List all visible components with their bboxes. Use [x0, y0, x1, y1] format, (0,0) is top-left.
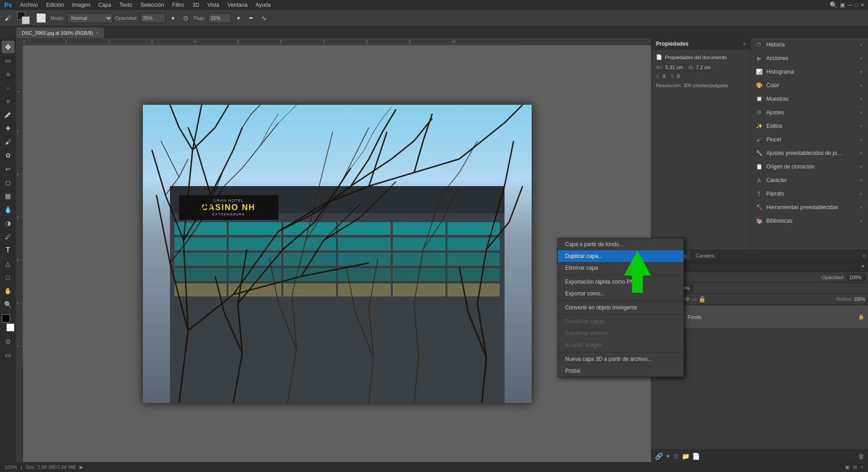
tab-canales[interactable]: Canales — [691, 250, 719, 261]
ctx-exportar-como[interactable]: Exportar como... — [558, 288, 684, 299]
menu-imagen[interactable]: Imagen — [68, 1, 94, 9]
lock-move-btn[interactable]: ✥ — [685, 296, 690, 303]
estilos-expand[interactable]: ▼ — [859, 124, 863, 129]
panel-item-estilos[interactable]: ✨ Estilos ▼ — [751, 119, 868, 133]
brush-settings-btn[interactable]: ⬜ — [34, 11, 48, 25]
menu-filtro[interactable]: Filtro — [169, 1, 188, 9]
blur-tool[interactable]: 💧 — [2, 203, 14, 216]
path-tool[interactable]: △ — [2, 257, 14, 270]
add-style-btn[interactable]: ✦ — [665, 453, 671, 460]
mode-select[interactable]: Normal — [67, 13, 113, 23]
panel-item-muestras[interactable]: 🔲 Muestras ▼ — [751, 92, 868, 106]
properties-expand-icon[interactable]: ≡ — [743, 42, 746, 47]
flow-dropdown-btn[interactable]: ▾ — [234, 13, 244, 23]
smooth-btn[interactable]: ∿ — [259, 13, 269, 23]
menu-archivo[interactable]: Archivo — [16, 1, 42, 9]
screen-mode-tool[interactable]: ▭ — [2, 349, 14, 361]
marquee-tool[interactable]: ▭ — [2, 54, 14, 67]
pincel-expand[interactable]: ▼ — [859, 137, 863, 142]
hand-tool[interactable]: ✋ — [2, 285, 14, 297]
ctx-convertir-objeto[interactable]: Convertir en objeto inteligente — [558, 302, 684, 313]
canvas-content[interactable]: GRAN HOTEL CASINO NH EXTREMADURA — [23, 45, 651, 462]
menu-3d[interactable]: 3D — [189, 1, 203, 9]
shape-tool[interactable]: □ — [2, 271, 14, 284]
layers-search-input[interactable] — [662, 262, 859, 271]
menu-texto[interactable]: Texto — [116, 1, 136, 9]
origen-clonacion-expand[interactable]: ▼ — [859, 164, 863, 169]
menu-seleccion[interactable]: Selección — [137, 1, 168, 9]
parrafo-expand[interactable]: ▼ — [859, 192, 863, 196]
layers-filter-icon[interactable]: ▼ — [861, 264, 865, 269]
ctx-duplicar-capa[interactable]: Duplicar capa... — [558, 250, 684, 262]
fg-color-swatch[interactable] — [2, 314, 10, 322]
grid-icon[interactable]: ⊞ — [853, 464, 857, 470]
layers-opacity-input[interactable] — [847, 274, 865, 281]
search-icon[interactable]: 🔍 — [830, 1, 837, 9]
arrange-icon[interactable]: ▣ — [845, 464, 849, 470]
historia-expand[interactable]: ▼ — [859, 42, 863, 47]
opacity-dropdown-btn[interactable]: ▾ — [168, 13, 178, 23]
canvas-area[interactable]: 0 1 2 3 4 5 6 7 8 — [16, 38, 651, 462]
bibliotecas-expand[interactable]: ▼ — [859, 219, 863, 224]
muestras-expand[interactable]: ▼ — [859, 97, 863, 102]
add-mask-btn[interactable]: ⊙ — [674, 453, 679, 460]
panel-item-pincel[interactable]: 🖌 Pincel ▼ — [751, 133, 868, 146]
panel-item-acciones[interactable]: ▶ Acciones ▼ — [751, 51, 868, 65]
panel-item-ajustes[interactable]: ⚙ Ajustes ▼ — [751, 106, 868, 119]
quick-select-tool[interactable]: ⬦ — [2, 81, 14, 94]
window-maximize-icon[interactable]: □ — [855, 2, 858, 8]
layers-menu-btn[interactable]: ≡ — [860, 253, 868, 258]
type-tool[interactable]: T — [2, 244, 14, 257]
crop-tool[interactable]: ⌗ — [2, 95, 14, 107]
caracter-expand[interactable]: ▼ — [859, 178, 863, 183]
ctx-capa-fondo[interactable]: Capa a partir de fondo... — [558, 238, 684, 250]
menu-edicion[interactable]: Edición — [42, 1, 67, 9]
panel-toggle-icon[interactable]: ▣ — [840, 2, 845, 8]
ajustes-expand[interactable]: ▼ — [859, 110, 863, 115]
eyedropper-tool[interactable]: 💉 — [2, 108, 14, 121]
histograma-expand[interactable]: ▼ — [859, 70, 863, 75]
ajustes-preest-expand[interactable]: ▼ — [859, 151, 863, 156]
brush-tool[interactable]: 🖌 — [2, 136, 14, 148]
status-arrow[interactable]: ▶ — [80, 464, 83, 470]
bg-color-swatch[interactable] — [6, 323, 14, 332]
panel-item-parrafo[interactable]: ¶ Párrafo ▼ — [751, 187, 868, 201]
panel-item-origen-clonacion[interactable]: 📋 Origen de clonación ▼ — [751, 160, 868, 173]
brush-tool-btn[interactable]: 🖌 — [3, 13, 13, 23]
panel-item-ajustes-preest[interactable]: 🔧 Ajustes preestablecidos de pi... ▼ — [751, 146, 868, 160]
quick-mask-tool[interactable]: ⊙ — [2, 335, 14, 348]
ctx-export-png[interactable]: Exportación rápida como PNG — [558, 276, 684, 288]
color-picker[interactable] — [17, 12, 30, 24]
herramientas-preest-expand[interactable]: ▼ — [859, 205, 863, 210]
color-expand[interactable]: ▼ — [859, 83, 863, 88]
airbrush-btn[interactable]: ⊙ — [181, 13, 191, 23]
panel-item-histograma[interactable]: 📊 Histograma ▼ — [751, 65, 868, 79]
clone-tool[interactable]: ✿ — [2, 149, 14, 162]
zoom-tool[interactable]: 🔍 — [2, 298, 14, 311]
panel-item-herramientas-preest[interactable]: 🔨 Herramientas preestablecidas ▼ — [751, 201, 868, 214]
ctx-eliminar-capa[interactable]: Eliminar capa — [558, 262, 684, 274]
lock-all-btn[interactable]: 🔒 — [698, 296, 706, 303]
menu-ayuda[interactable]: Ayuda — [252, 1, 274, 9]
tab-close-btn[interactable]: × — [96, 30, 99, 35]
panel-item-bibliotecas[interactable]: 📚 Bibliotecas ▼ — [751, 214, 868, 228]
panel-item-historia[interactable]: ⏱ Historia ▼ — [751, 38, 868, 51]
flow-input[interactable] — [208, 13, 231, 23]
history-brush-tool[interactable]: ↩ — [2, 163, 14, 175]
panel-item-color[interactable]: 🎨 Color ▼ — [751, 79, 868, 92]
healing-tool[interactable]: ✚ — [2, 122, 14, 135]
menu-capa[interactable]: Capa — [94, 1, 115, 9]
ctx-nueva-capa-3d[interactable]: Nueva capa 3D a partir de archivo... — [558, 353, 684, 365]
new-group-btn[interactable]: 📁 — [682, 453, 689, 460]
move-tool[interactable]: ✥ — [2, 41, 14, 53]
opacity-input[interactable] — [141, 13, 165, 23]
main-tab[interactable]: DSC_3965.jpg al 100% (RGB/8) × — [16, 27, 104, 38]
new-layer-btn[interactable]: 📄 — [692, 453, 700, 460]
window-minimize-icon[interactable]: ─ — [848, 1, 852, 9]
lock-artboard-btn[interactable]: ▭ — [692, 296, 697, 303]
acciones-expand[interactable]: ▼ — [859, 56, 863, 61]
menu-ventana[interactable]: Ventana — [224, 1, 251, 9]
window-close-icon[interactable]: × — [861, 1, 864, 9]
menu-vista[interactable]: Vista — [204, 1, 223, 9]
canvas-image[interactable]: GRAN HOTEL CASINO NH EXTREMADURA — [143, 105, 532, 403]
